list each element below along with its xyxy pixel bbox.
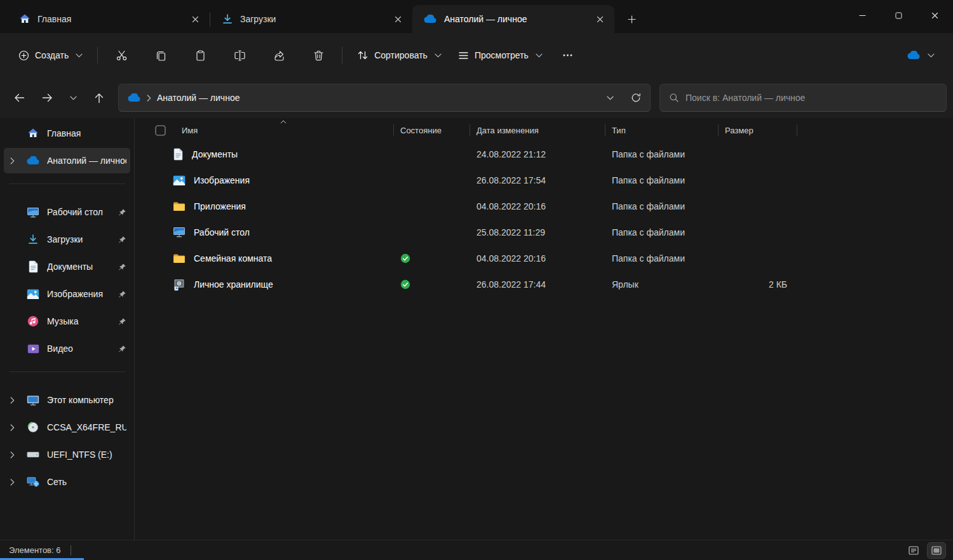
column-header-name[interactable]: Имя — [173, 119, 394, 141]
maximize-icon — [895, 12, 902, 19]
sidebar-item-home[interactable]: Главная — [4, 121, 130, 146]
file-row-vault[interactable]: Личное хранилище26.08.2022 17:44Ярлык2 К… — [135, 271, 953, 297]
close-button[interactable] — [917, 0, 953, 30]
forward-button[interactable] — [36, 86, 58, 109]
folder-icon — [173, 253, 186, 263]
sidebar-item-document[interactable]: Документы — [4, 254, 130, 279]
file-row-folder[interactable]: Приложения04.08.2022 20:16Папка с файлам… — [135, 193, 953, 219]
cut-button[interactable] — [104, 42, 139, 69]
paste-button[interactable] — [183, 42, 217, 69]
rename-button[interactable] — [222, 42, 257, 69]
more-options-button[interactable] — [551, 42, 585, 69]
column-label: Состояние — [400, 126, 442, 135]
pin-icon — [118, 290, 126, 298]
recent-locations-button[interactable] — [64, 86, 83, 109]
column-label: Имя — [182, 126, 198, 135]
sidebar-divider — [9, 183, 125, 184]
file-row-folder[interactable]: Семейная комната04.08.2022 20:16Папка с … — [135, 245, 953, 271]
chevron-down-icon — [76, 53, 83, 58]
search-input[interactable] — [686, 93, 938, 103]
delete-icon — [313, 50, 325, 62]
sidebar-item-network[interactable]: Сеть — [4, 469, 130, 495]
expand-chevron-icon[interactable] — [10, 157, 25, 164]
sidebar-item-label: Документы — [47, 262, 114, 272]
home-icon — [19, 13, 30, 25]
tab-close-button[interactable] — [591, 11, 608, 27]
create-button[interactable]: Создать — [10, 42, 91, 69]
sidebar-item-music[interactable]: Музыка — [4, 309, 130, 334]
sidebar-item-video[interactable]: Видео — [4, 336, 130, 361]
column-header-type[interactable]: Тип — [605, 119, 719, 141]
vault-icon — [173, 278, 186, 291]
column-header-status[interactable]: Состояние — [394, 119, 470, 141]
file-row-pictures[interactable]: Изображения26.08.2022 17:54Папка с файла… — [135, 167, 953, 193]
tab-close-button[interactable] — [389, 11, 406, 27]
sidebar-item-download[interactable]: Загрузки — [4, 227, 130, 252]
details-view-button[interactable] — [905, 543, 923, 558]
expand-chevron-icon[interactable] — [10, 451, 25, 458]
file-type: Папка с файлами — [605, 175, 719, 185]
file-row-document[interactable]: Документы24.08.2022 21:12Папка с файлами — [135, 141, 953, 167]
tab-bar: ГлавнаяЗагрузкиАнатолий — личное — [0, 0, 953, 33]
expand-chevron-icon[interactable] — [10, 479, 25, 486]
sidebar-item-label: Этот компьютер — [47, 395, 126, 405]
up-button[interactable] — [88, 86, 111, 109]
sidebar-item-drive[interactable]: UEFI_NTFS (E:) — [4, 442, 130, 467]
status-bar: Элементов: 6 — [0, 540, 953, 560]
tab-download[interactable]: Загрузки — [210, 5, 412, 33]
new-tab-button[interactable] — [621, 8, 642, 30]
document-icon — [28, 260, 39, 273]
tab-onedrive[interactable]: Анатолий — личное — [412, 5, 614, 33]
file-name: Личное хранилище — [194, 279, 273, 290]
address-bar[interactable]: Анатолий — личное — [118, 84, 651, 112]
sidebar-item-pc[interactable]: Этот компьютер — [4, 387, 130, 413]
tab-close-button[interactable] — [187, 11, 203, 27]
minimize-button[interactable] — [844, 0, 881, 30]
delete-button[interactable] — [301, 42, 335, 69]
share-button[interactable] — [262, 42, 296, 69]
download-icon — [27, 234, 39, 245]
file-type: Ярлык — [605, 279, 719, 290]
view-toggles — [905, 543, 945, 558]
expand-chevron-icon[interactable] — [10, 424, 25, 431]
sort-button[interactable]: Сортировать — [349, 42, 450, 69]
pc-icon — [27, 395, 39, 406]
maximize-button[interactable] — [881, 0, 917, 30]
date-modified: 04.08.2022 20:16 — [470, 253, 605, 263]
view-button[interactable]: Просмотреть — [450, 42, 551, 69]
tab-strip: ГлавнаяЗагрузкиАнатолий — личное — [8, 0, 614, 33]
expand-chevron-icon[interactable] — [10, 397, 25, 404]
chevdown-icon — [70, 96, 77, 100]
file-name: Приложения — [194, 201, 246, 211]
sidebar-item-onedrive[interactable]: Анатолий — личное — [4, 148, 130, 173]
breadcrumb-segment[interactable]: Анатолий — личное — [157, 93, 240, 103]
tab-home[interactable]: Главная — [8, 5, 210, 33]
search-box — [659, 84, 947, 112]
onedrive-status-button[interactable] — [899, 42, 943, 69]
sidebar-item-label: CCSA_X64FRE_RU-R — [47, 422, 126, 432]
column-header-modified[interactable]: Дата изменения — [470, 119, 605, 141]
back-icon — [14, 93, 25, 103]
file-type: Папка с файлами — [605, 201, 719, 211]
viewdetails-icon — [909, 546, 919, 555]
sidebar-item-desktop[interactable]: Рабочий стол — [4, 199, 130, 225]
refresh-icon — [631, 93, 641, 103]
document-icon — [173, 148, 184, 161]
sort-button-label: Сортировать — [374, 50, 428, 60]
refresh-button[interactable] — [626, 88, 646, 108]
address-dropdown-button[interactable] — [600, 88, 620, 108]
sync-status — [394, 253, 470, 263]
sort-icon — [357, 50, 368, 61]
column-label: Дата изменения — [476, 126, 539, 135]
file-row-desktop[interactable]: Рабочий стол25.08.2022 11:29Папка с файл… — [135, 219, 953, 245]
thumbnails-view-button[interactable] — [928, 543, 945, 558]
network-icon — [27, 477, 39, 487]
synced-check-icon — [400, 253, 410, 263]
select-all-checkbox[interactable] — [155, 119, 173, 141]
sidebar-item-pictures[interactable]: Изображения — [4, 281, 130, 307]
copy-button[interactable] — [144, 42, 178, 69]
date-modified: 24.08.2022 21:12 — [470, 149, 605, 159]
sidebar-item-disc[interactable]: CCSA_X64FRE_RU-R — [4, 415, 130, 440]
back-button[interactable] — [8, 86, 30, 109]
column-header-size[interactable]: Размер — [719, 119, 797, 141]
